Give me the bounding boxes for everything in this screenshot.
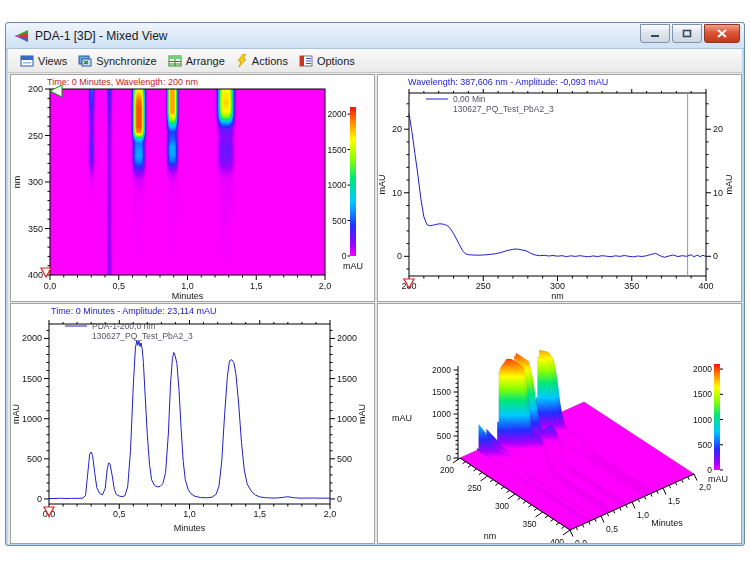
toolbar-button-label: Actions <box>252 55 288 67</box>
close-button[interactable] <box>704 24 740 43</box>
svg-text:0,0: 0,0 <box>575 538 587 543</box>
svg-text:500: 500 <box>437 431 451 441</box>
svg-text:400: 400 <box>698 281 713 291</box>
svg-text:1500: 1500 <box>432 387 451 397</box>
svg-text:2000: 2000 <box>693 364 712 374</box>
svg-text:1000: 1000 <box>22 414 42 424</box>
minimize-button[interactable] <box>640 24 670 43</box>
svg-text:500: 500 <box>698 440 712 450</box>
svg-text:200: 200 <box>440 465 454 475</box>
spectrum-plot[interactable]: 0010102020mAUmAU200250300350400nm0,00 Mi… <box>378 75 741 301</box>
svg-text:20: 20 <box>392 124 402 134</box>
svg-text:mAU: mAU <box>724 175 734 195</box>
views-icon <box>20 55 34 67</box>
toolbar-button-label: Arrange <box>186 55 225 67</box>
svg-text:2000: 2000 <box>432 365 451 375</box>
toolbar-button-synchronize[interactable]: Synchronize <box>74 53 164 69</box>
svg-text:250: 250 <box>28 131 43 141</box>
x-axis: 200250300350400nm <box>401 89 713 301</box>
svg-text:0,5: 0,5 <box>606 524 618 534</box>
svg-text:mAU: mAU <box>708 474 728 484</box>
toolbar-button-label: Options <box>317 55 355 67</box>
y-axis: 00500500100010001500150020002000mAUmAU <box>11 330 367 504</box>
svg-text:350: 350 <box>624 281 639 291</box>
svg-text:130627_PQ_Test_PbA2_3: 130627_PQ_Test_PbA2_3 <box>453 104 554 114</box>
mixed-view-client: Time: 0 Minutes, Wavelength: 200 nm 2002… <box>8 73 742 544</box>
svg-text:2000: 2000 <box>22 333 42 343</box>
svg-text:mAU: mAU <box>392 413 412 423</box>
contour-plot-panel: Time: 0 Minutes, Wavelength: 200 nm 2002… <box>10 74 375 302</box>
svg-text:0,0: 0,0 <box>44 281 57 291</box>
x-axis: 0,00,51,01,52,0Minutes <box>44 275 332 301</box>
toolbar-button-views[interactable]: Views <box>16 53 74 69</box>
svg-text:10: 10 <box>392 188 402 198</box>
svg-text:1,0: 1,0 <box>183 509 196 519</box>
svg-text:1500: 1500 <box>22 374 42 384</box>
svg-text:0: 0 <box>37 494 42 504</box>
svg-text:400: 400 <box>550 537 564 543</box>
legend: 0,00 Min130627_PQ_Test_PbA2_3 <box>426 94 554 114</box>
svg-text:mAU: mAU <box>378 175 387 195</box>
svg-text:300: 300 <box>550 281 565 291</box>
y-axis: 200250300350400nm <box>12 84 50 280</box>
app-window: PDA-1 [3D] - Mixed View Views <box>5 22 745 546</box>
svg-text:1,0: 1,0 <box>637 510 649 520</box>
svg-text:Minutes: Minutes <box>174 523 206 533</box>
green-left-triangle-icon <box>50 85 62 97</box>
toolbar-button-label: Views <box>38 55 67 67</box>
window-title: PDA-1 [3D] - Mixed View <box>35 29 640 43</box>
svg-text:2,0: 2,0 <box>324 509 337 519</box>
svg-text:500: 500 <box>337 454 352 464</box>
svg-text:1500: 1500 <box>693 389 712 399</box>
svg-text:1000: 1000 <box>693 415 712 425</box>
x-axis: 0,00,51,01,52,0Minutes <box>43 320 337 533</box>
svg-text:Minutes: Minutes <box>172 291 204 301</box>
svg-text:1,5: 1,5 <box>668 496 680 506</box>
svg-text:mAU: mAU <box>343 261 363 271</box>
toolbar-button-actions[interactable]: Actions <box>232 52 295 69</box>
arrange-icon <box>168 55 182 67</box>
svg-text:0: 0 <box>446 453 451 463</box>
svg-text:1500: 1500 <box>337 374 357 384</box>
toolbar: Views Synchronize Arrange Actions <box>8 49 742 73</box>
close-icon <box>717 29 727 38</box>
svg-text:Minutes: Minutes <box>651 518 683 528</box>
svg-text:nm: nm <box>12 176 22 189</box>
titlebar[interactable]: PDA-1 [3D] - Mixed View <box>6 23 744 49</box>
toolbar-button-arrange[interactable]: Arrange <box>164 53 232 69</box>
svg-text:1,5: 1,5 <box>253 509 266 519</box>
svg-text:2000: 2000 <box>337 333 357 343</box>
colorbar: 0500100015002000mAU <box>328 107 363 271</box>
svg-text:20: 20 <box>713 124 723 134</box>
restore-button[interactable] <box>672 24 702 43</box>
series-line <box>49 341 330 499</box>
contour-axes: 200250300350400nm0,00,51,01,52,0Minutes0… <box>11 75 374 301</box>
minimize-icon <box>650 29 660 38</box>
svg-text:1000: 1000 <box>337 414 357 424</box>
surface-3d-plot[interactable]: 0500100015002000mAU200250300350400nm0,00… <box>378 304 741 543</box>
svg-text:130627_PQ_Test_PbA2_3: 130627_PQ_Test_PbA2_3 <box>92 331 193 341</box>
toolbar-button-options[interactable]: Options <box>295 53 362 69</box>
surface-3d-panel: 0500100015002000mAU200250300350400nm0,00… <box>377 303 742 544</box>
svg-text:500: 500 <box>332 216 346 226</box>
svg-text:nm: nm <box>484 531 497 541</box>
y-axis: 0010102020mAUmAU <box>378 104 734 269</box>
svg-text:2,0: 2,0 <box>319 281 332 291</box>
svg-text:0: 0 <box>342 251 347 261</box>
svg-text:2000: 2000 <box>328 109 347 119</box>
svg-text:500: 500 <box>27 454 42 464</box>
synchronize-icon <box>78 55 92 67</box>
svg-text:400: 400 <box>28 270 43 280</box>
svg-text:10: 10 <box>713 188 723 198</box>
chromatogram-plot-panel: Time: 0 Minutes - Amplitude: 23,114 mAU … <box>10 303 375 544</box>
series-line <box>409 113 706 257</box>
svg-text:1,0: 1,0 <box>181 281 194 291</box>
axis-markers[interactable] <box>41 85 62 277</box>
svg-text:300: 300 <box>495 501 509 511</box>
svg-text:250: 250 <box>467 483 481 493</box>
toolbar-button-label: Synchronize <box>96 55 157 67</box>
spectrum-plot-panel: Wavelength: 387,606 nm - Amplitude: -0,0… <box>377 74 742 302</box>
svg-text:mAU: mAU <box>357 404 367 424</box>
chromatogram-plot[interactable]: 00500500100010001500150020002000mAUmAU0,… <box>11 304 374 543</box>
pda-rainbow-icon <box>13 29 29 43</box>
